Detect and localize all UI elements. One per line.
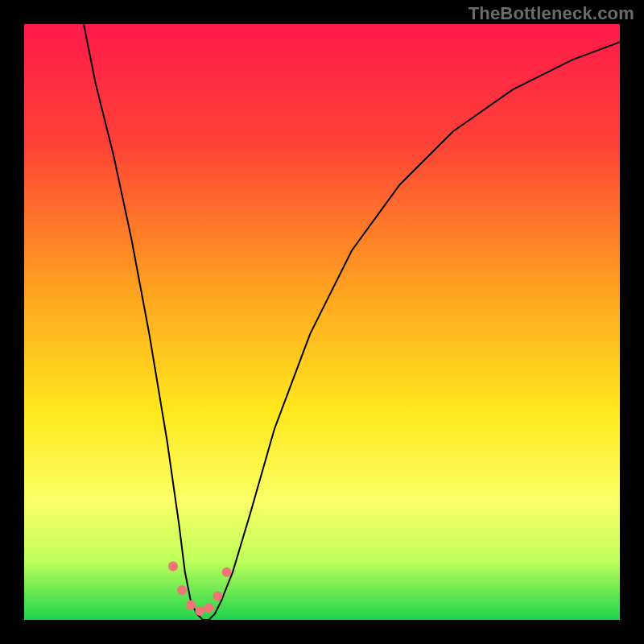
highlighted-point (177, 585, 187, 595)
attribution-text: TheBottleneck.com (469, 3, 634, 24)
highlighted-point (213, 591, 223, 601)
highlighted-point (186, 601, 196, 610)
chart-plot-area (24, 24, 620, 620)
highlighted-point (195, 606, 204, 616)
chart-background (24, 24, 620, 620)
highlighted-point (222, 568, 232, 577)
highlighted-point (204, 603, 213, 613)
highlighted-point (168, 561, 178, 571)
chart-svg (24, 24, 620, 620)
